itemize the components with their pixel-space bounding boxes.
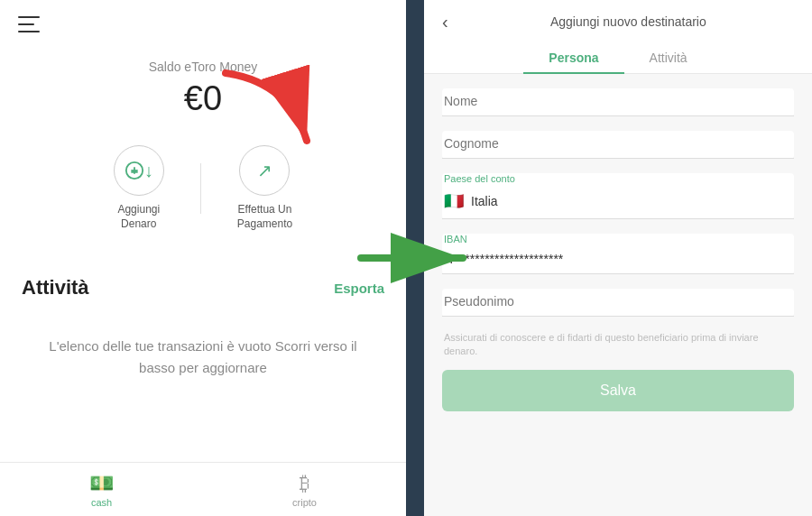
page-title: Aggiungi nuovo destinatario — [463, 14, 794, 29]
add-money-label: AggiungiDenaro — [117, 203, 160, 231]
left-panel: Saldo eToro Money €0 — [0, 0, 406, 516]
add-money-icon: ↓ — [114, 145, 164, 196]
add-money-button[interactable]: ↓ AggiungiDenaro — [114, 145, 164, 231]
flag-icon: 🇮🇹 — [444, 191, 464, 211]
nav-cash[interactable]: 💵 cash — [0, 463, 203, 516]
pseudonimo-input[interactable] — [442, 289, 794, 317]
iban-value: IT********************** — [442, 246, 794, 274]
cognome-input[interactable] — [442, 131, 794, 159]
tabs-row: Persona Attività — [442, 43, 794, 73]
back-button[interactable]: ‹ — [442, 13, 448, 31]
activity-header: Attività Esporta — [22, 276, 384, 299]
pseudonimo-field — [442, 289, 794, 317]
divider-panel — [406, 0, 424, 516]
nav-crypto[interactable]: ₿ cripto — [203, 463, 406, 516]
country-value: Italia — [471, 194, 498, 208]
balance-section: Saldo eToro Money €0 — [0, 41, 406, 258]
actions-row: ↓ AggiungiDenaro ↗ Effettua UnPagamento — [114, 145, 292, 231]
crypto-icon: ₿ — [300, 472, 309, 495]
menu-icon[interactable] — [18, 16, 40, 32]
activity-section: Attività Esporta L'elenco delle tue tran… — [0, 258, 406, 397]
payment-button[interactable]: ↗ Effettua UnPagamento — [237, 145, 292, 231]
tab-attivita[interactable]: Attività — [624, 43, 713, 74]
bottom-nav: 💵 cash ₿ cripto — [0, 462, 406, 516]
payment-icon: ↗ — [239, 145, 290, 196]
cash-label: cash — [91, 497, 112, 508]
cash-icon: 💵 — [89, 472, 114, 495]
paese-label: Paese del conto — [442, 173, 794, 184]
paese-field: Paese del conto 🇮🇹 Italia — [442, 173, 794, 219]
payment-label: Effettua UnPagamento — [237, 203, 292, 231]
empty-transactions-message: L'elenco delle tue transazioni è vuoto S… — [22, 327, 384, 388]
balance-amount: €0 — [184, 79, 222, 118]
activity-title: Attività — [22, 276, 89, 299]
cognome-field — [442, 131, 794, 159]
save-button[interactable]: Salva — [442, 370, 794, 411]
helper-text: Assicurati di conoscere e di fidarti di … — [442, 331, 794, 359]
nome-input[interactable] — [442, 88, 794, 116]
right-header: ‹ Aggiungi nuovo destinatario Persona At… — [424, 0, 812, 74]
actions-divider — [200, 163, 201, 214]
export-button[interactable]: Esporta — [334, 281, 384, 296]
country-selector[interactable]: 🇮🇹 Italia — [442, 186, 794, 219]
right-body: Paese del conto 🇮🇹 Italia IBAN IT*******… — [424, 74, 812, 516]
iban-field: IBAN IT********************** — [442, 234, 794, 274]
iban-label: IBAN — [442, 234, 794, 244]
right-header-top: ‹ Aggiungi nuovo destinatario — [442, 13, 794, 31]
right-panel: ‹ Aggiungi nuovo destinatario Persona At… — [424, 0, 812, 516]
crypto-label: cripto — [292, 497, 317, 508]
tab-persona[interactable]: Persona — [523, 43, 623, 74]
nome-field — [442, 88, 794, 116]
balance-label: Saldo eToro Money — [149, 60, 258, 74]
left-header — [0, 0, 406, 41]
